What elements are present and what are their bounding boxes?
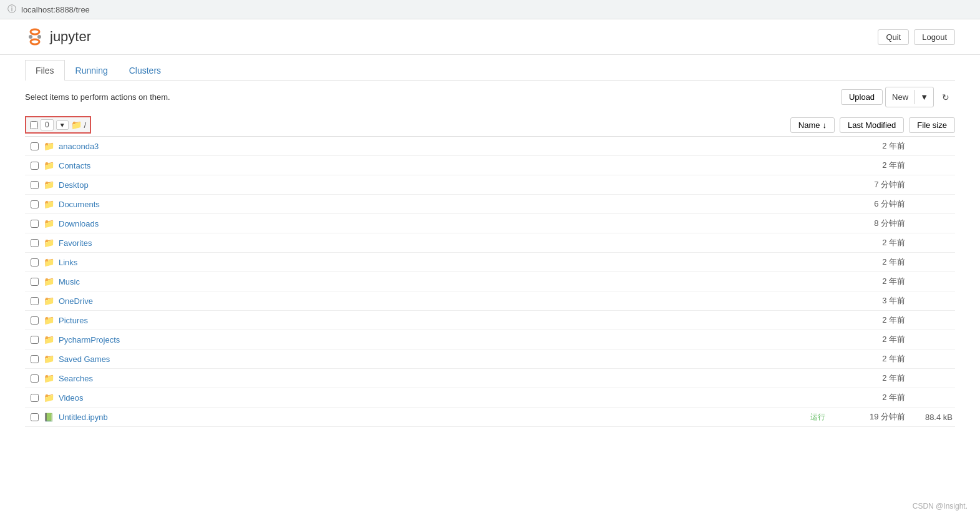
file-row: 📁 Desktop 7 分钟前 [25,175,955,195]
file-name: Music [59,277,830,286]
row-checkbox[interactable] [31,278,39,286]
file-type-icon: 📁 [44,218,59,228]
file-name: Desktop [59,180,830,190]
tab-running[interactable]: Running [65,60,119,81]
file-modified: 2 年前 [830,392,905,403]
file-link[interactable]: Saved Games [59,354,110,364]
file-link[interactable]: Desktop [59,180,89,190]
file-type-icon: 📁 [44,296,59,306]
folder-icon: 📁 [44,180,54,190]
select-dropdown[interactable]: ▼ [56,120,69,130]
row-checkbox[interactable] [31,258,39,266]
file-name: Favorites [59,238,830,248]
file-row: 📁 Favorites 2 年前 [25,233,955,253]
file-link[interactable]: Videos [59,393,84,403]
row-checkbox[interactable] [31,316,39,325]
sort-size-button[interactable]: File size [909,117,955,133]
file-rows-container: 📁 anaconda3 2 年前 📁 Contacts 2 年前 📁 [25,137,955,427]
tab-clusters[interactable]: Clusters [119,60,172,81]
file-status: 运行 [810,412,825,423]
file-row: 📁 Downloads 8 分钟前 [25,214,955,233]
file-link[interactable]: Pictures [59,316,88,325]
file-name: Documents [59,200,830,209]
file-modified: 7 分钟前 [830,179,905,190]
file-row: 📁 Searches 2 年前 [25,369,955,388]
file-link[interactable]: Contacts [59,161,90,170]
tab-files[interactable]: Files [25,60,65,81]
file-link[interactable]: PycharmProjects [59,335,120,345]
row-checkbox[interactable] [31,142,39,150]
row-checkbox[interactable] [31,162,39,170]
file-link[interactable]: Links [59,258,77,267]
folder-icon: 📁 [44,160,54,170]
file-link[interactable]: anaconda3 [59,142,99,151]
file-row: 📁 Contacts 2 年前 [25,156,955,175]
name-col-label: Name [798,120,820,130]
row-checkbox[interactable] [31,181,39,189]
row-checkbox-cell [25,355,44,363]
folder-icon: 📁 [44,141,54,151]
new-button[interactable]: New ▼ [885,87,934,107]
file-link[interactable]: Searches [59,374,93,383]
file-type-icon: 📁 [44,141,59,151]
row-checkbox[interactable] [31,336,39,344]
file-name: Searches [59,374,830,383]
folder-icon: 📁 [44,315,54,325]
header-buttons: Quit Logout [878,29,955,45]
jupyter-logo-icon [25,27,45,47]
folder-icon: 📁 [44,393,54,403]
file-name: Untitled.ipynb [59,413,810,422]
header-left: 0 ▼ 📁 / [25,116,790,134]
file-link[interactable]: Documents [59,200,100,209]
row-checkbox[interactable] [31,297,39,305]
selected-count: 0 [41,119,54,130]
jupyter-logo-text: jupyter [50,29,91,45]
row-checkbox-cell [25,413,44,421]
file-row: 📁 Documents 6 分钟前 [25,195,955,214]
select-all-checkbox[interactable] [30,121,38,129]
folder-icon: 📁 [44,296,54,306]
svg-point-1 [31,39,39,44]
file-type-icon: 📁 [44,199,59,209]
folder-icon: 📁 [44,218,54,228]
svg-point-3 [37,35,41,39]
logout-button[interactable]: Logout [914,29,955,45]
file-type-icon: 📁 [44,335,59,345]
file-link[interactable]: OneDrive [59,296,93,306]
row-checkbox[interactable] [31,374,39,383]
folder-icon: 📁 [44,238,54,248]
row-checkbox-cell [25,278,44,286]
row-checkbox-cell [25,336,44,344]
file-row: 📁 Links 2 年前 [25,253,955,272]
row-checkbox[interactable] [31,239,39,247]
file-link[interactable]: Favorites [59,238,92,248]
upload-button[interactable]: Upload [841,89,883,105]
file-modified: 2 年前 [830,373,905,384]
file-type-icon: 📗 [44,412,59,422]
file-type-icon: 📁 [44,354,59,364]
quit-button[interactable]: Quit [878,29,909,45]
row-checkbox-cell [25,394,44,402]
folder-icon: 📁 [44,199,54,209]
file-link[interactable]: Untitled.ipynb [59,413,108,422]
file-link[interactable]: Music [59,277,80,286]
file-type-icon: 📁 [44,393,59,403]
file-link[interactable]: Downloads [59,219,99,228]
file-name: Contacts [59,161,830,170]
file-row: 📁 Music 2 年前 [25,272,955,291]
row-checkbox[interactable] [31,220,39,228]
row-checkbox[interactable] [31,200,39,208]
file-row: 📁 OneDrive 3 年前 [25,291,955,311]
file-size: 88.4 kB [905,413,955,422]
file-row: 📗 Untitled.ipynb 运行 19 分钟前 88.4 kB [25,408,955,427]
row-checkbox[interactable] [31,355,39,363]
sort-modified-button[interactable]: Last Modified [840,117,904,133]
file-name: anaconda3 [59,142,830,151]
sort-name-button[interactable]: Name ↓ [790,117,835,133]
refresh-button[interactable]: ↻ [936,89,955,105]
file-type-icon: 📁 [44,180,59,190]
row-checkbox[interactable] [31,413,39,421]
row-checkbox-cell [25,258,44,266]
new-button-caret[interactable]: ▼ [915,90,933,104]
row-checkbox[interactable] [31,394,39,402]
